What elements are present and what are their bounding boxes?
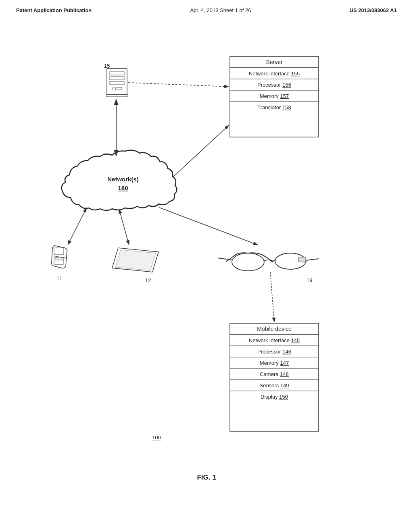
svg-text:Processor 146: Processor 146 bbox=[257, 349, 291, 355]
header-left: Patent Application Publication bbox=[16, 7, 92, 13]
svg-line-35 bbox=[270, 272, 274, 322]
glasses-icon bbox=[218, 253, 319, 271]
page: Patent Application Publication Apr. 4, 2… bbox=[0, 0, 413, 532]
svg-line-21 bbox=[173, 125, 229, 177]
fig-caption: FIG. 1 bbox=[197, 474, 216, 481]
label-15: 15 bbox=[104, 63, 110, 69]
svg-text:Network interface 155: Network interface 155 bbox=[249, 71, 300, 77]
label-19: 19 bbox=[307, 277, 312, 283]
svg-rect-25 bbox=[58, 259, 60, 260]
label-100: 100 bbox=[152, 434, 161, 441]
diagram-svg: Server Network interface 155 Processor 1… bbox=[0, 24, 413, 516]
svg-line-17 bbox=[128, 83, 229, 87]
header-right: US 2013/083062 A1 bbox=[350, 7, 397, 13]
cloud-shape: Network(s) 180 bbox=[62, 150, 177, 210]
svg-rect-26 bbox=[61, 259, 63, 260]
svg-text:Display 150: Display 150 bbox=[261, 394, 288, 400]
svg-line-27 bbox=[68, 208, 87, 245]
svg-text:Camera 148: Camera 148 bbox=[260, 371, 289, 377]
tablet-icon bbox=[112, 248, 159, 272]
svg-text:Network(s): Network(s) bbox=[107, 176, 139, 183]
svg-rect-33 bbox=[298, 257, 306, 262]
header-center: Apr. 4, 2013 Sheet 1 of 26 bbox=[190, 7, 251, 13]
svg-text:Memory 157: Memory 157 bbox=[260, 93, 289, 99]
phone-icon bbox=[52, 246, 67, 268]
svg-text:Processor 156: Processor 156 bbox=[257, 82, 291, 88]
svg-line-28 bbox=[119, 209, 129, 245]
svg-text:Translator 158: Translator 158 bbox=[257, 104, 291, 110]
svg-line-32 bbox=[306, 259, 319, 260]
svg-text:Mobile device: Mobile device bbox=[257, 326, 292, 332]
svg-text:180: 180 bbox=[118, 185, 128, 191]
label-11: 11 bbox=[56, 275, 62, 281]
svg-text:Network interface 145: Network interface 145 bbox=[249, 337, 300, 343]
svg-point-29 bbox=[232, 253, 264, 271]
svg-rect-24 bbox=[55, 259, 57, 260]
svg-line-34 bbox=[159, 208, 258, 245]
svg-text:Sensors 149: Sensors 149 bbox=[259, 382, 289, 389]
svg-text:Memory 147: Memory 147 bbox=[260, 360, 289, 366]
svg-text:Server: Server bbox=[266, 59, 283, 65]
label-12: 12 bbox=[145, 277, 151, 283]
page-header: Patent Application Publication Apr. 4, 2… bbox=[0, 0, 413, 17]
server-icon bbox=[106, 69, 128, 97]
svg-rect-16 bbox=[106, 95, 128, 97]
